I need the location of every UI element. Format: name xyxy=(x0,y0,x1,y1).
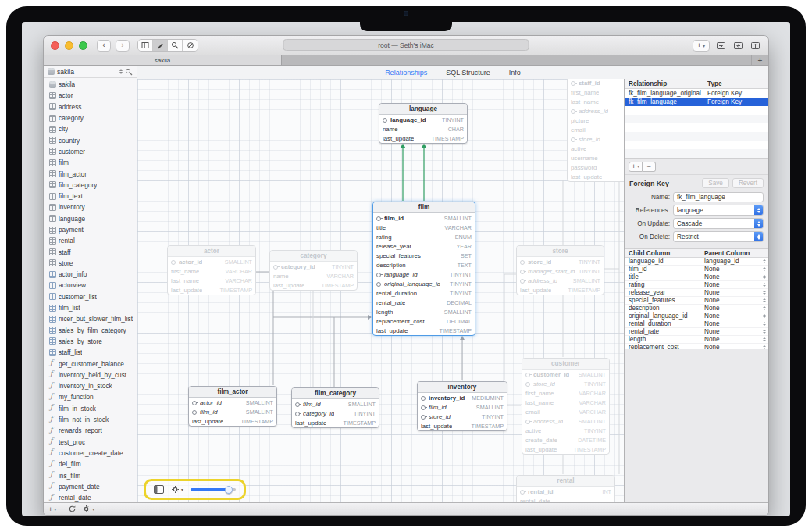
column-mapping-row[interactable]: titleNone xyxy=(625,273,768,281)
revert-button[interactable]: Revert xyxy=(732,178,764,188)
column-mapping-row[interactable]: release_yearNone xyxy=(625,289,768,297)
import-icon[interactable] xyxy=(715,40,727,52)
sidebar-item-inventory_in_stock[interactable]: inventory_in_stock xyxy=(44,380,137,391)
column-mapping-row[interactable]: rental_durationNone xyxy=(625,320,768,328)
save-button[interactable]: Save xyxy=(702,178,729,188)
zoom-slider-thumb[interactable] xyxy=(225,486,233,494)
sidebar-item-sakila[interactable]: sakila xyxy=(44,79,137,90)
sidebar-item-category[interactable]: category xyxy=(44,112,137,123)
sidebar-item-rewards_report[interactable]: rewards_report xyxy=(44,425,137,436)
entity-film[interactable]: filmfilm_idSMALLINTtitleVARCHARratingENU… xyxy=(372,202,475,336)
zoom-button[interactable] xyxy=(79,41,87,50)
column-mapping-row[interactable]: descriptionNone xyxy=(625,305,768,312)
sidebar-item-customer_create_date[interactable]: customer_create_date xyxy=(44,448,137,459)
new-tab-button[interactable]: + xyxy=(751,55,768,65)
tab-relationships[interactable]: Relationships xyxy=(385,69,427,77)
sidebar-item-store[interactable]: store xyxy=(44,258,137,269)
entity-staff[interactable]: staffstaff_idfirst_namelast_nameaddress_… xyxy=(567,79,624,182)
column-mapping-row[interactable]: language_idlanguage_id xyxy=(625,258,768,266)
block-icon[interactable] xyxy=(183,40,198,51)
sidebar-item-sales_by_store[interactable]: sales_by_store xyxy=(44,336,137,347)
sidebar-item-test_proc[interactable]: test_proc xyxy=(44,437,137,448)
sidebar-item-ins_film[interactable]: ins_film xyxy=(44,470,137,480)
sidebar-item-film_text[interactable]: film_text xyxy=(44,191,137,202)
sidebar-item-film_actor[interactable]: film_actor xyxy=(44,168,137,179)
sidebar-item-del_film[interactable]: del_film xyxy=(44,459,137,470)
sidebar-item-staff_list[interactable]: staff_list xyxy=(44,347,137,358)
sidebar-item-film_category[interactable]: film_category xyxy=(44,180,137,191)
sidebar-item-get_customer_balance[interactable]: get_customer_balance xyxy=(44,358,137,369)
fk-name-input[interactable]: fk_film_language xyxy=(673,192,764,202)
entity-field: ratingENUM xyxy=(373,232,475,241)
canvas-settings-button[interactable]: ▾ xyxy=(171,485,183,494)
edit-icon[interactable] xyxy=(153,40,168,51)
sidebar-item-actorview[interactable]: actorview xyxy=(44,280,137,291)
column-mapping-row[interactable]: special_featuresNone xyxy=(625,297,768,305)
sidebar-item-nicer_but_slower_film_list[interactable]: nicer_but_slower_film_list xyxy=(44,313,137,324)
fk-ondelete-select[interactable]: Restrict xyxy=(673,231,764,242)
column-mapping-row[interactable]: film_idNone xyxy=(625,266,768,273)
tab-sakila[interactable]: sakila xyxy=(44,55,282,65)
zoom-slider[interactable] xyxy=(191,485,236,494)
panel-toggle-icon[interactable] xyxy=(154,485,164,494)
entity-inventory[interactable]: inventoryinventory_idMEDIUMINTfilm_idSMA… xyxy=(417,381,508,431)
add-object-button[interactable]: +▾ xyxy=(48,505,56,513)
sidebar-item-payment_date[interactable]: payment_date xyxy=(44,481,137,492)
minimize-button[interactable] xyxy=(65,41,73,50)
sidebar-item-my_function[interactable]: my_function xyxy=(44,391,137,402)
sidebar-item-country[interactable]: country xyxy=(44,134,137,145)
fk-references-select[interactable]: language xyxy=(673,205,764,216)
database-switcher-icon[interactable] xyxy=(119,69,123,74)
sidebar-search-icon[interactable] xyxy=(125,68,133,76)
sidebar-item-inventory_held_by_custo...[interactable]: inventory_held_by_custo... xyxy=(44,370,137,380)
tab-sql-structure[interactable]: SQL Structure xyxy=(446,69,490,77)
entity-rental[interactable]: rentalrental_idINTrental_date xyxy=(516,475,615,502)
table-view-icon[interactable] xyxy=(138,40,153,51)
column-mapping-row[interactable]: ratingNone xyxy=(625,281,768,289)
column-mapping-row[interactable]: replacement_costNone xyxy=(625,344,768,349)
sidebar-item-film_not_in_stock[interactable]: film_not_in_stock xyxy=(44,414,137,425)
sidebar-item-film_in_stock[interactable]: film_in_stock xyxy=(44,403,137,414)
sidebar-item-sales_by_film_category[interactable]: sales_by_film_category xyxy=(44,325,137,336)
tab-info[interactable]: Info xyxy=(509,69,521,77)
relationship-row[interactable]: fk_film_languageForeign Key xyxy=(625,98,768,106)
export-icon[interactable] xyxy=(732,40,744,52)
sidebar-item-actor_info[interactable]: actor_info xyxy=(44,269,137,280)
sidebar-item-film[interactable]: film xyxy=(44,157,137,168)
sidebar-item-actor[interactable]: actor xyxy=(44,90,137,101)
sidebar-item-language[interactable]: language xyxy=(44,213,137,224)
share-icon[interactable] xyxy=(750,40,761,52)
settings-button[interactable]: ▾ xyxy=(82,505,94,513)
remove-relationship-button[interactable]: − xyxy=(643,162,656,172)
fk-onupdate-select[interactable]: Cascade xyxy=(673,218,764,229)
entity-actor[interactable]: actoractor_idSMALLINTfirst_nameVARCHARla… xyxy=(167,245,256,295)
forward-button[interactable]: › xyxy=(116,40,130,52)
entity-customer[interactable]: customercustomer_idSMALLINTstore_idTINYI… xyxy=(522,358,610,455)
column-mapping-row[interactable]: lengthNone xyxy=(625,336,768,344)
sidebar-item-film_list[interactable]: film_list xyxy=(44,302,137,313)
diagram-canvas[interactable]: ▾ staffstaff_idfirst_namelast_nameaddres… xyxy=(137,79,624,502)
add-relationship-button[interactable]: +▾ xyxy=(629,162,643,172)
search-icon[interactable] xyxy=(168,40,183,51)
entity-category[interactable]: categorycategory_idTINYINTnameVARCHARlas… xyxy=(269,250,358,291)
entity-film_category[interactable]: film_categoryfilm_idSMALLINTcategory_idT… xyxy=(291,387,379,428)
entity-store[interactable]: storestore_idTINYINTmanager_staff_idTINY… xyxy=(516,245,604,295)
column-mapping-row[interactable]: original_language_idNone xyxy=(625,312,768,320)
sidebar-item-rental[interactable]: rental xyxy=(44,235,137,246)
sidebar-item-customer_list[interactable]: customer_list xyxy=(44,291,137,302)
sidebar-item-inventory[interactable]: inventory xyxy=(44,202,137,212)
back-button[interactable]: ‹ xyxy=(97,40,111,52)
close-button[interactable] xyxy=(51,41,59,50)
sidebar-item-address[interactable]: address xyxy=(44,102,137,112)
sidebar-item-payment[interactable]: payment xyxy=(44,224,137,235)
entity-film_actor[interactable]: film_actoractor_idSMALLINTfilm_idSMALLIN… xyxy=(188,386,277,427)
sidebar-item-rental_date[interactable]: rental_date xyxy=(44,492,137,502)
sidebar-item-customer[interactable]: customer xyxy=(44,146,137,157)
sidebar-item-city[interactable]: city xyxy=(44,123,137,134)
relationship-row[interactable]: fk_film_language_originalForeign Key xyxy=(625,89,768,98)
column-mapping-row[interactable]: rental_rateNone xyxy=(625,328,768,336)
sidebar-item-staff[interactable]: staff xyxy=(44,246,137,257)
entity-language[interactable]: languagelanguage_idTINYINTnameCHARlast_u… xyxy=(379,103,468,144)
refresh-button[interactable] xyxy=(68,505,77,513)
add-connection-button[interactable]: +▾ xyxy=(693,40,710,52)
